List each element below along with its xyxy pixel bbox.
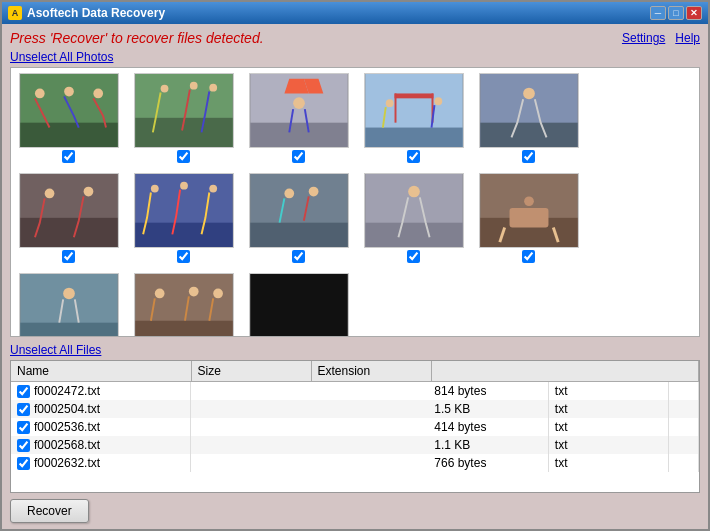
photo-checkbox-9[interactable]	[407, 250, 420, 263]
files-table: Name Size Extension	[11, 361, 699, 382]
bottom-bar: Recover	[10, 499, 700, 523]
photo-item-12	[131, 273, 236, 336]
file-checkbox-4[interactable]	[17, 457, 30, 470]
photo-thumb-4	[364, 73, 464, 148]
file-checkbox-2[interactable]	[17, 421, 30, 434]
unselect-all-photos-link[interactable]: Unselect All Photos	[10, 50, 700, 64]
files-table-header: Name Size Extension	[11, 361, 699, 382]
files-table-container: Name Size Extension f0002472.txt814 byte…	[10, 360, 700, 493]
table-row: f0002472.txt814 bytestxt	[11, 382, 699, 400]
photo-checkbox-container-7	[177, 250, 190, 263]
photo-thumb-12	[134, 273, 234, 336]
file-name-1: f0002504.txt	[34, 402, 100, 416]
svg-rect-11	[250, 123, 347, 147]
file-size-3: 1.1 KB	[428, 436, 548, 454]
files-section: Unselect All Files Name Size Extension	[10, 343, 700, 493]
svg-point-24	[523, 88, 535, 100]
file-size-4: 766 bytes	[428, 454, 548, 472]
col-extra	[431, 361, 699, 382]
svg-point-8	[189, 82, 197, 90]
photo-checkbox-container-8	[292, 250, 305, 263]
svg-point-33	[209, 185, 217, 193]
help-link[interactable]: Help	[675, 31, 700, 45]
file-size-2: 414 bytes	[428, 418, 548, 436]
col-name: Name	[11, 361, 191, 382]
file-checkbox-1[interactable]	[17, 403, 30, 416]
file-extra-1	[668, 400, 698, 418]
photo-checkbox-10[interactable]	[522, 250, 535, 263]
svg-rect-18	[394, 93, 396, 122]
photo-item-2	[131, 73, 236, 163]
photo-checkbox-container-5	[522, 150, 535, 163]
file-extension-0: txt	[548, 382, 668, 400]
photo-item-13	[246, 273, 351, 336]
photo-thumb-7	[134, 173, 234, 248]
photo-checkbox-container-3	[292, 150, 305, 163]
photo-checkbox-5[interactable]	[522, 150, 535, 163]
recover-button[interactable]: Recover	[10, 499, 89, 523]
recover-message: Press 'Recover' to recover files detecte…	[10, 30, 264, 46]
photo-item-1	[16, 73, 121, 163]
col-extension: Extension	[311, 361, 431, 382]
photo-thumb-10	[479, 173, 579, 248]
photo-item-11	[16, 273, 121, 336]
file-checkbox-3[interactable]	[17, 439, 30, 452]
photo-checkbox-7[interactable]	[177, 250, 190, 263]
files-table-body: f0002472.txt814 bytestxtf0002504.txt1.5 …	[11, 382, 699, 472]
photo-thumb-1	[19, 73, 119, 148]
file-checkbox-0[interactable]	[17, 385, 30, 398]
svg-point-47	[63, 288, 75, 300]
photo-checkbox-container-4	[407, 150, 420, 163]
top-bar: Press 'Recover' to recover files detecte…	[10, 30, 700, 46]
photo-checkbox-3[interactable]	[292, 150, 305, 163]
settings-link[interactable]: Settings	[622, 31, 665, 45]
svg-rect-46	[20, 323, 117, 336]
photo-checkbox-6[interactable]	[62, 250, 75, 263]
unselect-all-files-link[interactable]: Unselect All Files	[10, 343, 700, 357]
svg-point-27	[44, 189, 54, 199]
photos-scroll-area[interactable]	[11, 68, 699, 336]
photo-checkbox-container-2	[177, 150, 190, 163]
table-row: f0002536.txt414 bytestxt	[11, 418, 699, 436]
col-size: Size	[191, 361, 311, 382]
top-links: Settings Help	[622, 31, 700, 45]
svg-rect-30	[135, 223, 232, 247]
photo-item-3	[246, 73, 351, 163]
photo-thumb-6	[19, 173, 119, 248]
svg-point-44	[524, 196, 534, 206]
svg-point-20	[385, 99, 393, 107]
photo-checkbox-2[interactable]	[177, 150, 190, 163]
app-icon: A	[8, 6, 22, 20]
table-scroll[interactable]: f0002472.txt814 bytestxtf0002504.txt1.5 …	[11, 382, 699, 492]
photo-checkbox-8[interactable]	[292, 250, 305, 263]
svg-point-4	[93, 89, 103, 99]
photo-thumb-13	[249, 273, 349, 336]
photo-item-5	[476, 73, 581, 163]
file-name-cell-2: f0002536.txt	[11, 418, 191, 436]
photo-checkbox-container-1	[62, 150, 75, 163]
title-bar-buttons: ─ □ ✕	[650, 6, 702, 20]
close-button[interactable]: ✕	[686, 6, 702, 20]
file-size-0: 814 bytes	[428, 382, 548, 400]
file-name-0: f0002472.txt	[34, 384, 100, 398]
svg-rect-39	[365, 223, 462, 247]
photo-item-8	[246, 173, 351, 263]
maximize-button[interactable]: □	[668, 6, 684, 20]
svg-point-28	[83, 187, 93, 197]
file-name-cell-3: f0002568.txt	[11, 436, 191, 454]
minimize-button[interactable]: ─	[650, 6, 666, 20]
svg-rect-53	[250, 274, 347, 336]
table-row: f0002568.txt1.1 KBtxt	[11, 436, 699, 454]
photo-thumb-5	[479, 73, 579, 148]
photo-thumb-3	[249, 73, 349, 148]
svg-point-50	[154, 289, 164, 299]
photo-checkbox-1[interactable]	[62, 150, 75, 163]
main-window: A Asoftech Data Recovery ─ □ ✕ Press 'Re…	[0, 0, 710, 531]
svg-rect-17	[394, 93, 433, 98]
svg-point-14	[293, 97, 305, 109]
file-extra-0	[668, 382, 698, 400]
photo-thumb-8	[249, 173, 349, 248]
photo-checkbox-4[interactable]	[407, 150, 420, 163]
svg-rect-26	[20, 218, 117, 247]
svg-point-3	[64, 87, 74, 97]
